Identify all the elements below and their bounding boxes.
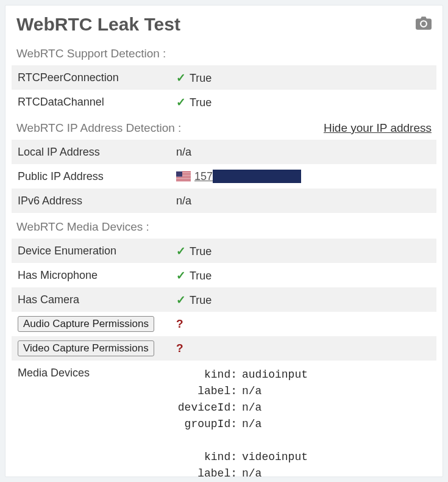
section-media-header: WebRTC Media Devices : xyxy=(5,213,443,239)
row-enum: Device Enumeration ✓True xyxy=(12,239,436,263)
row-mic: Has Microphone ✓True xyxy=(12,263,436,287)
row-audio-perm: Audio Capture Permissions ? xyxy=(12,312,436,336)
row-devices: Media Devices kind:audioinput label:n/a … xyxy=(12,361,436,477)
public-ip-link[interactable]: 157 xyxy=(194,170,213,182)
media-table: Device Enumeration ✓True Has Microphone … xyxy=(12,239,436,477)
panel-header: WebRTC Leak Test xyxy=(5,5,443,40)
check-icon: ✓ xyxy=(176,293,186,306)
row-peer: RTCPeerConnection ✓True xyxy=(12,65,436,90)
value-public-ip: 157 xyxy=(170,164,436,189)
check-icon: ✓ xyxy=(176,96,186,109)
row-public-ip: Public IP Address 157 xyxy=(12,164,436,189)
row-cam: Has Camera ✓True xyxy=(12,287,436,312)
check-icon: ✓ xyxy=(176,71,186,84)
row-data: RTCDataChannel ✓True xyxy=(12,90,436,114)
label-devices: Media Devices xyxy=(12,361,170,477)
row-ipv6: IPv6 Address n/a xyxy=(12,189,436,213)
redacted-block xyxy=(213,170,301,183)
svg-rect-4 xyxy=(176,177,191,178)
value-devices: kind:audioinput label:n/a deviceId:n/a g… xyxy=(170,361,436,477)
device-entry-0: kind:audioinput label:n/a deviceId:n/a g… xyxy=(176,367,430,477)
hide-ip-link[interactable]: Hide your IP address xyxy=(324,121,432,135)
label-local-ip: Local IP Address xyxy=(12,140,170,164)
page-title: WebRTC Leak Test xyxy=(16,14,180,35)
ip-table: Local IP Address n/a Public IP Address 1… xyxy=(12,140,436,213)
camera-icon[interactable] xyxy=(416,16,432,33)
value-local-ip: n/a xyxy=(170,140,436,164)
svg-rect-6 xyxy=(176,180,191,181)
row-local-ip: Local IP Address n/a xyxy=(12,140,436,164)
value-ipv6: n/a xyxy=(170,189,436,213)
svg-rect-7 xyxy=(176,171,182,177)
section-title-ip: WebRTC IP Address Detection : xyxy=(16,121,181,135)
svg-rect-5 xyxy=(176,178,191,179)
audio-permissions-button[interactable]: Audio Capture Permissions xyxy=(18,316,154,332)
label-cam: Has Camera xyxy=(12,287,170,312)
section-ip-header: WebRTC IP Address Detection : Hide your … xyxy=(5,114,443,140)
question-icon: ? xyxy=(176,342,183,354)
question-icon: ? xyxy=(176,317,183,330)
label-ipv6: IPv6 Address xyxy=(12,189,170,213)
value-cam: ✓True xyxy=(170,287,436,312)
value-video-perm: ? xyxy=(170,336,436,361)
section-support-header: WebRTC Support Detection : xyxy=(5,40,443,65)
label-peer: RTCPeerConnection xyxy=(12,65,170,90)
support-table: RTCPeerConnection ✓True RTCDataChannel ✓… xyxy=(12,65,436,114)
video-permissions-button[interactable]: Video Capture Permissions xyxy=(18,340,154,356)
value-audio-perm: ? xyxy=(170,312,436,336)
value-data: ✓True xyxy=(170,90,436,114)
check-icon: ✓ xyxy=(176,269,186,282)
webrtc-panel: WebRTC Leak Test WebRTC Support Detectio… xyxy=(5,5,443,477)
us-flag-icon xyxy=(176,171,191,181)
label-data: RTCDataChannel xyxy=(12,90,170,114)
label-public-ip: Public IP Address xyxy=(12,164,170,189)
value-peer: ✓True xyxy=(170,65,436,90)
row-video-perm: Video Capture Permissions ? xyxy=(12,336,436,361)
check-icon: ✓ xyxy=(176,245,186,257)
label-enum: Device Enumeration xyxy=(12,239,170,263)
value-enum: ✓True xyxy=(170,239,436,263)
section-title-support: WebRTC Support Detection : xyxy=(16,47,166,60)
section-title-media: WebRTC Media Devices : xyxy=(16,220,149,234)
value-mic: ✓True xyxy=(170,263,436,287)
label-mic: Has Microphone xyxy=(12,263,170,287)
